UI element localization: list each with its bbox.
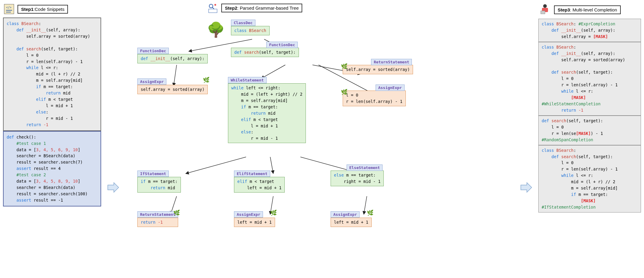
main-container: </> Step1:Code Snippets class BSearch: d… (3, 3, 641, 269)
code-assign4: left = mid + 1 (331, 218, 372, 227)
step1-title: :Code Snippets (34, 7, 65, 12)
step1-header: </> Step1:Code Snippets (3, 3, 101, 15)
tree-icon: 🌳 (207, 21, 225, 38)
panel-while-completion: class BSearch: def __init__(self, array)… (538, 42, 641, 116)
step1-label: Step1 (21, 7, 34, 12)
node-fdec2: FunctionDec def search(self, target): (231, 48, 299, 57)
panel-span-completion: def search(self, target): l = 0 r = len(… (538, 116, 641, 145)
leaf-icon: 🌿 (367, 209, 373, 216)
svg-point-20 (543, 4, 547, 8)
step2-title: : Parsed Grammar-based Tree (237, 5, 299, 11)
label-assign3: AssignExpr (234, 211, 263, 218)
svg-rect-4 (209, 9, 217, 13)
code-fdec1: def __init__(self, array): (137, 54, 208, 63)
tree-area: Step2: Parsed Grammar-based Tree 🌳 Class… (125, 3, 514, 269)
code-assign3: left = mid + 1 (234, 218, 275, 227)
leaf-icon: 🌿 (203, 77, 210, 83)
label-return2: ReturnStatement (137, 211, 178, 218)
code-while: while left <= right: mid = (left + right… (228, 83, 306, 143)
label-fdec1: FunctionDec (137, 48, 169, 54)
svg-line-6 (212, 7, 214, 9)
svg-text:</>: </> (6, 6, 11, 9)
code-classdec: class BSearch (231, 26, 270, 35)
label-assign2: AssignExpr (376, 85, 405, 91)
step3-title: : Multi-level Completion (570, 7, 617, 12)
code-elif: elif m < target left = mid + 1 (234, 177, 285, 193)
label-classdec: ClassDec (231, 20, 255, 26)
leaf-icon: 🌿 (341, 63, 348, 69)
completion-panels: class BSearch: #ExprCompletion def __ini… (538, 19, 641, 212)
node-while: WhileStatement while left <= right: mid … (228, 77, 306, 143)
svg-line-11 (261, 65, 285, 78)
label-fdec2: FunctionDec (266, 42, 298, 48)
label-if: IfStatement (137, 171, 169, 177)
code-return2: return -1 (137, 218, 178, 227)
step2-title-box: Step2: Parsed Grammar-based Tree (221, 4, 302, 12)
node-else: ElseStatement else m == target: right = … (331, 171, 384, 186)
parse-icon (207, 2, 219, 14)
step2-header: Step2: Parsed Grammar-based Tree (207, 2, 302, 14)
code-if: if m == target: return mid (137, 177, 181, 193)
node-return2: ReturnStatement 🌿 return -1 (137, 211, 178, 227)
node-return1: ReturnStatement 🌿 self.array = sorted(ar… (343, 65, 413, 74)
step1-title-box: Step1:Code Snippets (18, 5, 68, 14)
step1-column: </> Step1:Code Snippets class BSearch: d… (3, 3, 101, 206)
step3-header: Step3: Multi-level Completion (538, 3, 641, 16)
node-classdec: ClassDec class BSearch (231, 20, 270, 35)
label-elif: ElifStatement (234, 171, 270, 177)
panel-if-completion: class BSearch: def search(self, target):… (538, 145, 641, 212)
node-assign2: AssignExpr 🌿 l = 0 r = len(self.array) -… (343, 91, 406, 106)
code-snippet-1: class BSearch: def __init__(self, array)… (3, 18, 101, 131)
label-assign4: AssignExpr (331, 211, 360, 218)
leaf-icon: 🌿 (341, 89, 348, 95)
leaf-icon: 🌿 (173, 209, 180, 216)
svg-rect-22 (541, 11, 545, 14)
label-while: WhileStatement (228, 77, 267, 83)
arrow-right-icon (520, 181, 532, 197)
node-assign3: AssignExpr 🌿 left = mid + 1 (234, 211, 275, 227)
panel-expr-completion: class BSearch: #ExprCompletion def __ini… (538, 19, 641, 42)
person-laptop-icon (538, 3, 552, 16)
node-assign4: AssignExpr 🌿 left = mid + 1 (331, 211, 372, 227)
label-else: ElseStatement (347, 165, 383, 171)
code-assign2: l = 0 r = len(self.array) - 1 (343, 91, 406, 106)
step3-column: Step3: Multi-level Completion class BSea… (538, 3, 641, 212)
svg-point-7 (214, 4, 216, 6)
code-else: else m == target: right = mid - 1 (331, 171, 384, 186)
node-if: IfStatement if m == target: return mid (137, 171, 181, 193)
leaf-icon: 🌿 (270, 209, 277, 216)
step2-label: Step2 (225, 5, 237, 11)
code-return1: self.array = sorted(array) (343, 65, 413, 74)
step3-title-box: Step3: Multi-level Completion (554, 5, 621, 14)
step3-label: Step3 (558, 7, 570, 12)
code-fdec2: def search(self, target): (231, 48, 299, 57)
node-assign1: AssignExpr 🌿 self.array = sorted(array) (137, 78, 208, 94)
code-snippet-2: def check(): #test case 1 data = [3, 4, … (3, 131, 101, 206)
label-assign1: AssignExpr (137, 78, 166, 85)
code-file-icon: </> (3, 3, 15, 15)
code-assign1: self.array = sorted(array) (137, 85, 208, 94)
arrow-right-icon (107, 181, 119, 197)
node-elif: ElifStatement elif m < target left = mid… (234, 171, 285, 193)
label-return1: ReturnStatement (371, 59, 412, 65)
node-fdec1: FunctionDec def __init__(self, array): (137, 48, 208, 63)
